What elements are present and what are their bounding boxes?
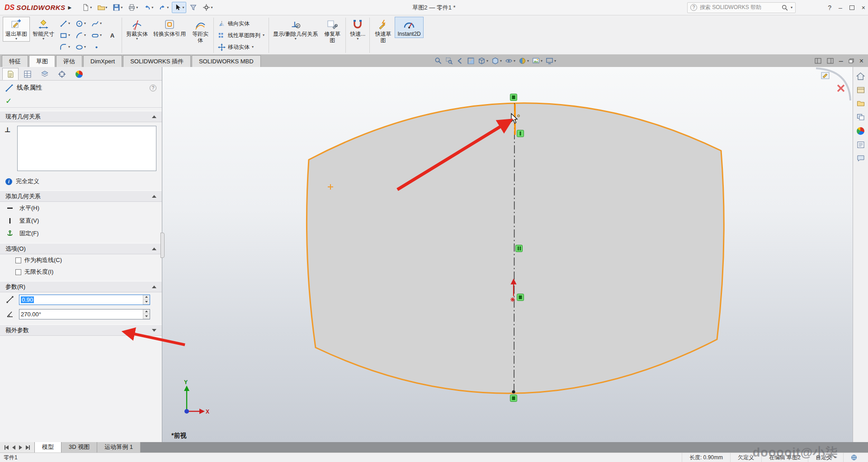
view-orientation-button[interactable]: ▾ — [478, 57, 488, 65]
undo-button[interactable]: ▾ — [141, 2, 156, 13]
relation-badge-vertical[interactable] — [517, 130, 524, 137]
zoom-to-fit-button[interactable] — [434, 57, 442, 65]
quick-snaps-button[interactable]: 快速... ▾ — [347, 17, 368, 42]
length-spinner[interactable] — [143, 295, 150, 305]
infinite-length-option[interactable]: 无限长度(I) — [0, 266, 162, 278]
tab-evaluate[interactable]: 评估 — [56, 55, 82, 67]
property-manager-tab[interactable] — [2, 68, 19, 80]
options-button[interactable]: ▾ — [200, 2, 215, 13]
help-button[interactable]: ? — [828, 4, 831, 11]
minimize-button[interactable]: – — [839, 4, 842, 11]
home-icon[interactable] — [856, 72, 865, 80]
tab-sketch[interactable]: 草图 — [29, 55, 55, 67]
zoom-to-area-button[interactable] — [445, 57, 453, 65]
infinite-checkbox[interactable] — [15, 269, 21, 275]
existing-relations-header[interactable]: 现有几何关系 — [0, 111, 162, 122]
tab-features[interactable]: 特征 — [2, 55, 28, 67]
construction-checkbox[interactable] — [15, 257, 21, 263]
status-globe[interactable] — [843, 453, 864, 462]
motion-study-tab[interactable]: 运动算例 1 — [97, 442, 141, 452]
split-pane-left-icon[interactable] — [815, 58, 821, 64]
repair-sketch-button[interactable]: 修复草图 — [321, 17, 344, 44]
custom-properties-icon[interactable] — [857, 141, 865, 148]
doc-close-button[interactable]: × — [859, 57, 863, 65]
model-tab[interactable]: 模型 — [35, 442, 61, 452]
forum-icon[interactable] — [857, 155, 865, 162]
offset-entities-button[interactable]: 等距实体 — [189, 17, 212, 44]
fillet-tool-button[interactable]: ▾ — [57, 41, 73, 53]
close-button[interactable]: × — [862, 4, 865, 11]
redo-button[interactable]: ▾ — [156, 2, 171, 13]
line-tool-button[interactable]: ▾ — [57, 18, 73, 29]
point-tool-button[interactable] — [89, 41, 104, 53]
text-tool-button[interactable]: A — [104, 29, 120, 41]
ok-button[interactable]: ✓ — [5, 96, 12, 106]
sketch-canvas[interactable]: Y X — [162, 67, 853, 442]
rapid-sketch-button[interactable]: 快速草图 — [371, 17, 395, 44]
arc-tool-button[interactable]: ▾ — [73, 29, 89, 41]
relation-horizontal-button[interactable]: 水平(H) — [0, 202, 162, 214]
linear-pattern-button[interactable]: 线性草图阵列 ▾ — [215, 29, 267, 41]
panel-help-button[interactable]: ? — [150, 85, 156, 91]
appearances-scenes-icon[interactable] — [857, 127, 864, 135]
angle-input[interactable]: 270.00° — [19, 309, 150, 319]
confirm-sketch-icon[interactable] — [821, 72, 829, 79]
circle-tool-button[interactable]: ▾ — [73, 18, 89, 29]
sketch-endpoint[interactable] — [512, 390, 515, 393]
prev-tab-button[interactable] — [12, 445, 15, 450]
doc-restore-button[interactable] — [849, 57, 854, 65]
sketch-centerline[interactable] — [514, 103, 514, 391]
cancel-sketch-icon[interactable] — [838, 85, 844, 91]
split-pane-right-icon[interactable] — [827, 58, 834, 64]
display-delete-relations-button[interactable]: ⊥ 显示/删除几何关系 ▾ — [270, 17, 321, 42]
panel-splitter-handle[interactable] — [160, 233, 165, 258]
print-button[interactable]: ▾ — [126, 2, 140, 13]
angle-spinner[interactable] — [143, 310, 150, 319]
previous-view-button[interactable] — [456, 57, 464, 65]
view-settings-button[interactable]: ▾ — [546, 57, 556, 65]
options-header[interactable]: 选项(O) — [0, 243, 162, 254]
display-style-button[interactable]: ▾ — [491, 57, 502, 65]
tab-mbd[interactable]: SOLIDWORKS MBD — [192, 55, 261, 67]
exit-sketch-button[interactable]: 退出草图 ▾ — [3, 17, 30, 42]
save-button[interactable]: ▾ — [110, 2, 125, 13]
design-library-icon[interactable] — [857, 86, 865, 94]
additional-parameters-header[interactable]: 额外参数 — [0, 324, 162, 336]
help-search-box[interactable]: ? 搜索 SOLIDWORKS 帮助 ▾ — [687, 2, 796, 13]
relation-badge-bottom[interactable] — [510, 395, 517, 402]
file-explorer-icon[interactable] — [857, 100, 865, 107]
doc-minimize-button[interactable]: – — [839, 57, 843, 65]
slot-tool-button[interactable]: ▾ — [89, 29, 104, 41]
relation-vertical-button[interactable]: 竖直(V) — [0, 214, 162, 227]
trim-entities-button[interactable]: 剪裁实体 ▾ — [123, 17, 151, 42]
mirror-entities-button[interactable]: 镜向实体 — [215, 18, 267, 29]
last-tab-button[interactable] — [26, 445, 30, 450]
relations-listbox[interactable] — [17, 126, 156, 171]
first-tab-button[interactable] — [5, 445, 9, 450]
view-palette-icon[interactable] — [857, 114, 865, 121]
relation-fix-button[interactable]: 固定(F) — [0, 227, 162, 240]
move-entities-button[interactable]: 移动实体 ▾ — [215, 41, 267, 53]
tab-addins[interactable]: SOLIDWORKS 插件 — [123, 55, 191, 67]
instant2d-button[interactable]: Instant2D — [395, 17, 423, 38]
section-view-button[interactable] — [467, 57, 475, 65]
select-tool-button[interactable]: ▾ — [172, 2, 186, 13]
add-relations-header[interactable]: 添加几何关系 — [0, 191, 162, 202]
smart-dimension-button[interactable]: 智能尺寸 ▾ — [30, 17, 57, 42]
construction-line-option[interactable]: 作为构造线(C) — [0, 254, 162, 266]
relation-badge-lower[interactable] — [517, 294, 524, 301]
configurations-tab[interactable] — [19, 68, 36, 80]
dimxpert-manager-tab[interactable] — [54, 68, 70, 80]
tab-dimxpert[interactable]: DimXpert — [83, 55, 122, 67]
graphics-viewport[interactable]: Y X *前视 — [162, 67, 853, 442]
rectangle-tool-button[interactable]: ▾ — [57, 29, 73, 41]
edit-appearance-button[interactable]: ▾ — [519, 57, 529, 65]
parameters-header[interactable]: 参数(R) — [0, 281, 162, 292]
part-silhouette-face[interactable] — [307, 103, 724, 393]
apply-scene-button[interactable]: ▾ — [532, 57, 542, 65]
ellipse-tool-button[interactable]: ▾ — [73, 41, 89, 53]
spline-tool-button[interactable]: ▾ — [89, 18, 104, 29]
relation-badge-middle[interactable] — [516, 245, 523, 252]
open-button[interactable]: ▾ — [95, 2, 109, 13]
selection-filter-button[interactable] — [187, 2, 199, 13]
